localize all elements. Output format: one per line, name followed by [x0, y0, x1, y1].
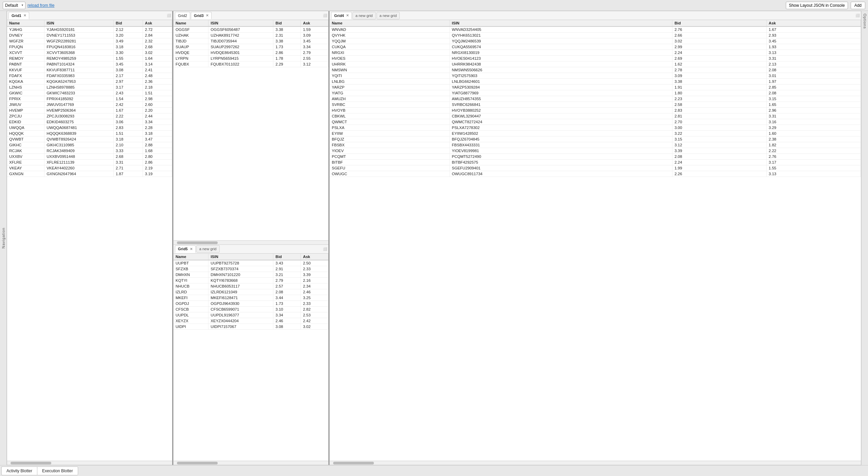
table-cell: YQITI [330, 73, 450, 79]
table-cell: NHUCB [174, 283, 209, 289]
table-row: OWUGCOWUGC89117342.263.13 [330, 171, 861, 177]
table-cell: VKEAY [7, 165, 44, 171]
table-cell: 1.55 [113, 56, 143, 61]
grid1-col-isin: ISIN [44, 20, 114, 26]
table-cell: 2.32 [143, 38, 172, 44]
grid5-tab[interactable]: Grid5 ✕ [175, 245, 196, 253]
grid2-table-wrapper[interactable]: Name ISIN Bid Ask OGGSFOGGSF60564873.381… [174, 20, 328, 240]
table-cell: 1.97 [766, 79, 861, 85]
table-cell: REMOY [7, 56, 44, 61]
table-cell: 2.58 [672, 102, 766, 108]
grid5-table: Name ISIN Bid Ask UUPBTUUPBT92757283.432… [174, 254, 328, 330]
table-row: FDAFXFDAFX03359832.172.48 [7, 73, 172, 79]
table-row: HVOYBHVOYB38802522.832.96 [330, 108, 861, 113]
table-cell: 3.31 [113, 160, 143, 165]
grid1-tab[interactable]: Grid1 ✕ [8, 12, 29, 19]
table-cell: WGFZR2289281 [44, 38, 114, 44]
grid2-hscroll[interactable] [174, 240, 328, 244]
table-cell: KQTYI6783668 [209, 277, 273, 283]
reload-link[interactable]: reload from file [28, 3, 54, 8]
table-cell: 3.33 [113, 148, 143, 154]
table-row: SFZXBSFZXB73703742.912.33 [174, 266, 328, 272]
table-cell: 3.10 [273, 306, 301, 312]
table-cell: FDAFX [7, 73, 44, 79]
table-cell: YARZP [330, 85, 450, 90]
table-row: LYRPNLYRPN56594151.782.55 [174, 56, 328, 61]
grid2-tab[interactable]: Grid2 [175, 12, 190, 19]
table-cell: 3.14 [143, 61, 172, 67]
table-cell: SGEFU2909401 [450, 165, 672, 171]
grid1-table-wrapper[interactable]: Name ISIN Bid Ask YJAHGYJAHG59201812.122… [7, 20, 172, 461]
table-cell: 3.19 [143, 171, 172, 177]
grid5-table-wrapper[interactable]: Name ISIN Bid Ask UUPBTUUPBT92757283.432… [174, 254, 328, 461]
grid4-hscroll[interactable] [330, 461, 861, 465]
table-cell: CFSCB6599071 [209, 306, 273, 312]
table-cell: YIOEV [330, 148, 450, 154]
grid4-expand-icon[interactable]: ⬜ [855, 14, 860, 17]
grid4-hscroll-thumb [333, 462, 374, 464]
grid4-col-name: Name [330, 20, 450, 26]
table-row: PCQMTPCQMT52724902.082.76 [330, 154, 861, 160]
table-cell: 2.78 [672, 67, 766, 73]
add-button[interactable]: Add [851, 2, 865, 9]
table-cell: 3.43 [273, 260, 301, 266]
table-cell: YJAHG5920181 [44, 26, 114, 33]
grid3-close-icon[interactable]: ✕ [206, 14, 209, 17]
table-cell: 2.10 [113, 142, 143, 148]
table-cell: 3.20 [113, 33, 143, 38]
table-cell: SVRBC [330, 102, 450, 108]
table-cell: 1.59 [301, 26, 328, 33]
grid5-col-bid: Bid [273, 254, 301, 260]
table-row: DMHXNDMHXN71012203.213.39 [174, 272, 328, 277]
grid4-close-icon[interactable]: ✕ [346, 14, 349, 17]
table-cell: 1.51 [113, 131, 143, 136]
table-cell: ZPCJU [7, 113, 44, 119]
default-select-wrapper[interactable]: Default [3, 2, 25, 9]
show-layout-button[interactable]: Show Layout JSON in Console [786, 2, 848, 9]
table-cell: EYIIW [330, 131, 450, 136]
top-grids-row: Grid1 ✕ ⬜ Name ISIN Bid Ask [7, 11, 861, 465]
table-cell: 3.34 [301, 44, 328, 50]
grid4-table-wrapper[interactable]: Name ISIN Bid Ask WNVADWNVAD32544052.761… [330, 20, 861, 461]
table-cell: 2.66 [672, 33, 766, 38]
default-select[interactable]: Default [3, 2, 25, 9]
grid4-new-tab2[interactable]: a new grid [377, 12, 400, 19]
table-cell: UHRRK9842438 [450, 61, 672, 67]
grid1-close-icon[interactable]: ✕ [23, 14, 26, 17]
grid5-expand-icon[interactable]: ⬜ [323, 247, 327, 251]
table-cell: DMHXN7101220 [209, 272, 273, 277]
table-cell: GKWIC [7, 90, 44, 96]
grid3-tab[interactable]: Grid3 ✕ [191, 12, 212, 19]
activity-blotter-tab[interactable]: Activity Blotter [1, 466, 37, 475]
grid1-hscroll[interactable] [7, 461, 172, 465]
grid5-new-tab-label: a new grid [199, 247, 217, 251]
table-cell: FPRIX [7, 96, 44, 102]
grid23-tab-bar: Grid2 Grid3 ✕ ⬜ [174, 11, 328, 20]
table-row: DVNEYDVNEY17115533.202.84 [7, 33, 172, 38]
table-cell: 2.71 [113, 165, 143, 171]
grid4-tab[interactable]: Grid4 ✕ [331, 12, 352, 19]
grid5-close-icon[interactable]: ✕ [190, 247, 193, 251]
grid1-expand-icon[interactable]: ⬜ [167, 14, 171, 17]
grid5-hscroll[interactable] [174, 461, 328, 465]
grid4-new-tab1[interactable]: a new grid [352, 12, 376, 19]
table-cell: 3.31 [766, 113, 861, 119]
table-cell: WNVAD [330, 26, 450, 33]
table-row: SVRBCSVRBC62668412.581.65 [330, 102, 861, 108]
table-row: HVEMPHVEMP25063641.672.20 [7, 108, 172, 113]
table-cell: 2.80 [143, 154, 172, 160]
table-cell: UZHAK8917742 [209, 33, 273, 38]
table-cell: 2.84 [143, 33, 172, 38]
table-cell: 1.62 [672, 61, 766, 67]
table-cell: BFQJZ6704845 [450, 136, 672, 142]
execution-blotter-label: Execution Blotter [42, 469, 73, 473]
grid5-col-name: Name [174, 254, 209, 260]
table-row: XCVVTXCVVT36053683.303.02 [7, 50, 172, 56]
grid23-expand-icon[interactable]: ⬜ [323, 14, 327, 17]
execution-blotter-tab[interactable]: Execution Blotter [37, 466, 78, 475]
table-row: IZLRDIZLRD61210492.082.46 [174, 289, 328, 295]
grid5-new-tab[interactable]: a new grid [196, 245, 220, 253]
options-panel: Options [861, 11, 868, 465]
table-cell: JIWUV [7, 102, 44, 108]
options-label[interactable]: Options [863, 14, 867, 29]
